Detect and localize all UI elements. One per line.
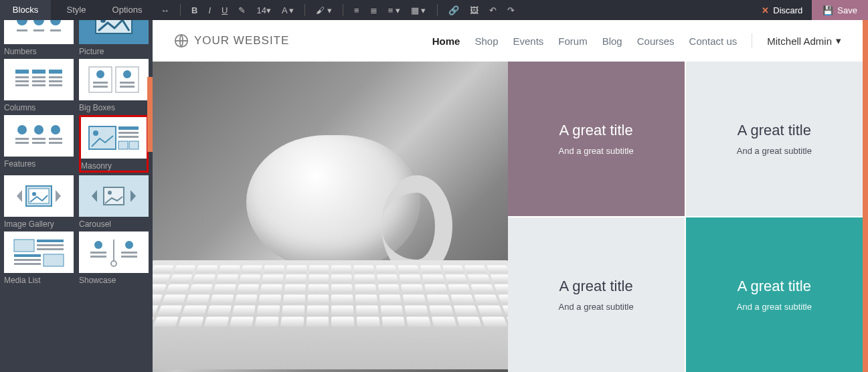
bold-icon[interactable]: B <box>191 5 197 15</box>
tab-options[interactable]: Options <box>102 0 153 20</box>
svg-rect-16 <box>49 70 62 74</box>
svg-point-25 <box>123 70 131 78</box>
website-canvas: YOUR WEBSITE Home Shop Events Forum Blog… <box>153 20 863 372</box>
undo-icon[interactable]: ↶ <box>489 5 497 15</box>
ol-icon[interactable]: ≣ <box>370 5 377 15</box>
svg-rect-8 <box>15 70 29 74</box>
svg-rect-4 <box>33 29 44 31</box>
sidebar-scrollbar[interactable] <box>147 77 153 152</box>
svg-point-47 <box>32 192 36 196</box>
nav-home[interactable]: Home <box>432 35 460 47</box>
block-label: Picture <box>79 47 149 56</box>
block-medialist[interactable]: Media List <box>4 231 74 285</box>
formatting-tools: ↔ B I U ✎ 14 ▾ A ▾ 🖌 ▾ ≡ ≣ ≡ ▾ ▦ ▾ 🔗 🖼 ↶… <box>153 0 515 20</box>
svg-point-0 <box>17 20 27 25</box>
svg-rect-12 <box>32 70 46 74</box>
svg-rect-10 <box>15 80 29 82</box>
tab-blocks[interactable]: Blocks <box>0 0 51 20</box>
block-showcase[interactable]: Showcase <box>79 231 149 285</box>
svg-point-61 <box>94 241 102 249</box>
link-icon[interactable]: 🔗 <box>448 5 459 15</box>
block-carousel[interactable]: Carousel <box>79 175 149 229</box>
brush-icon[interactable]: 🖌 ▾ <box>316 5 332 15</box>
save-button[interactable]: 💾 Save <box>812 0 868 20</box>
block-label: Carousel <box>79 219 149 229</box>
block-picture[interactable]: Picture <box>79 20 149 56</box>
svg-rect-26 <box>120 82 135 84</box>
svg-point-28 <box>17 125 27 134</box>
sidebar-tabs: Blocks Style Options <box>0 0 153 20</box>
svg-rect-62 <box>90 252 106 254</box>
block-numbers[interactable]: Numbers <box>4 20 74 56</box>
svg-rect-59 <box>14 259 41 261</box>
svg-marker-49 <box>92 190 97 202</box>
svg-rect-15 <box>32 84 46 86</box>
block-label: Masonry <box>81 161 147 171</box>
tile-subtitle: And a great subtitle <box>737 146 812 156</box>
translate-icon[interactable]: ↔ <box>161 5 169 15</box>
nav-events[interactable]: Events <box>513 35 543 47</box>
svg-rect-63 <box>90 256 106 258</box>
svg-rect-33 <box>32 138 46 140</box>
svg-rect-58 <box>14 254 41 257</box>
align-icon[interactable]: ≡ ▾ <box>388 5 400 15</box>
svg-rect-34 <box>32 142 46 144</box>
heading-select[interactable]: A ▾ <box>282 5 294 15</box>
block-label: Showcase <box>79 276 149 285</box>
tile-subtitle: And a great subtitle <box>737 302 812 312</box>
block-label: Features <box>4 159 74 169</box>
svg-marker-52 <box>131 190 136 202</box>
nav-courses[interactable]: Courses <box>637 35 675 47</box>
redo-icon[interactable]: ↷ <box>507 5 515 15</box>
svg-rect-32 <box>15 142 29 144</box>
block-masonry[interactable]: Masonry <box>79 115 149 173</box>
ul-icon[interactable]: ≡ <box>354 5 359 15</box>
svg-point-29 <box>34 125 44 134</box>
user-menu[interactable]: Mitchell Admin ▾ <box>767 35 841 47</box>
fontsize-select[interactable]: 14 ▾ <box>256 5 270 15</box>
block-label: Big Boxes <box>79 103 149 112</box>
block-features[interactable]: Features <box>4 115 74 173</box>
block-label: Numbers <box>4 47 74 56</box>
nav-forum[interactable]: Forum <box>558 35 587 47</box>
svg-rect-23 <box>93 86 108 88</box>
nav-blog[interactable]: Blog <box>602 35 622 47</box>
svg-rect-31 <box>15 138 29 140</box>
image-icon[interactable]: 🖼 <box>470 5 479 15</box>
svg-rect-35 <box>49 138 62 140</box>
svg-point-66 <box>125 241 133 249</box>
svg-point-2 <box>50 20 61 25</box>
svg-rect-11 <box>15 84 29 86</box>
svg-rect-9 <box>15 76 29 78</box>
italic-icon[interactable]: I <box>208 5 211 15</box>
block-columns[interactable]: Columns <box>4 59 74 112</box>
svg-rect-60 <box>14 263 41 265</box>
tab-style[interactable]: Style <box>51 0 102 20</box>
svg-rect-19 <box>49 84 62 86</box>
nav-shop[interactable]: Shop <box>474 35 498 47</box>
tile-1[interactable]: A great title And a great subtitle <box>508 62 685 216</box>
globe-icon <box>174 33 189 48</box>
svg-rect-41 <box>118 136 139 138</box>
svg-rect-3 <box>17 29 27 31</box>
tile-2[interactable]: A great title And a great subtitle <box>686 62 863 216</box>
save-label: Save <box>837 5 857 15</box>
block-label: Columns <box>4 103 74 112</box>
tile-4[interactable]: A great title And a great subtitle <box>686 217 863 372</box>
clear-format-icon[interactable]: ✎ <box>238 5 246 15</box>
svg-point-1 <box>33 20 44 25</box>
svg-rect-39 <box>118 126 139 130</box>
blocks-panel: Numbers Picture Columns Big Boxes Featur… <box>0 20 153 372</box>
masonry-image[interactable] <box>153 62 508 372</box>
tile-3[interactable]: A great title And a great subtitle <box>508 217 685 372</box>
discard-button[interactable]: ✕ Discard <box>752 0 812 20</box>
nav-contact[interactable]: Contact us <box>689 35 737 47</box>
svg-rect-54 <box>37 240 64 242</box>
underline-icon[interactable]: U <box>222 5 228 15</box>
table-icon[interactable]: ▦ ▾ <box>411 5 426 15</box>
masonry-snippet[interactable]: A great title And a great subtitle A gre… <box>153 62 863 372</box>
tile-subtitle: And a great subtitle <box>559 146 634 156</box>
block-bigboxes[interactable]: Big Boxes <box>79 59 149 112</box>
block-imagegallery[interactable]: Image Gallery <box>4 175 74 229</box>
site-logo[interactable]: YOUR WEBSITE <box>174 33 289 48</box>
